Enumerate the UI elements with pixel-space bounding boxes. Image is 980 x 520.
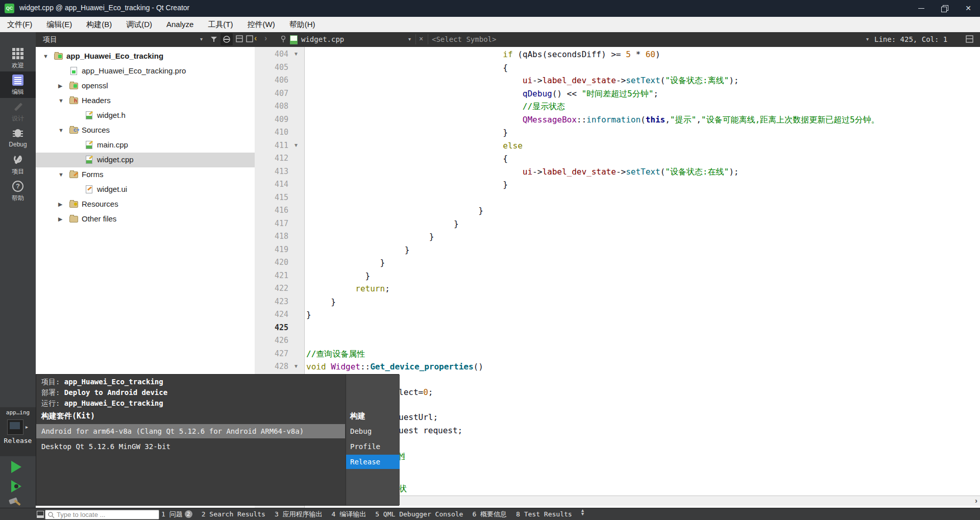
tree-item-app_Huawei_Eco_tracking[interactable]: ▼app_Huawei_Eco_tracking bbox=[36, 49, 255, 64]
split-pane-icon[interactable] bbox=[236, 35, 243, 43]
code-token: -> bbox=[532, 76, 542, 85]
pin-file-icon[interactable] bbox=[280, 35, 287, 43]
grid-cell bbox=[16, 48, 19, 51]
close-button[interactable]: ✕ bbox=[957, 0, 980, 17]
code-token: uestUrl; bbox=[399, 412, 438, 422]
maximize-restore-button[interactable] bbox=[933, 0, 957, 17]
sidebar-mode-welcome-grid[interactable]: 欢迎 bbox=[0, 45, 36, 71]
menu-item-w[interactable]: 控件(W) bbox=[240, 17, 282, 32]
menu-item-t[interactable]: 工具(T) bbox=[201, 17, 240, 32]
tree-item-app_Huawei_Eco_tracking.pro[interactable]: app_Huawei_Eco_tracking.pro bbox=[36, 64, 255, 79]
tree-item-Other-files[interactable]: ▶Other files bbox=[36, 212, 255, 227]
sidebar-mode-debug-bug[interactable]: Debug bbox=[0, 125, 36, 151]
output-pane-button-6[interactable]: 6 概要信息 bbox=[472, 508, 507, 520]
file-combo-arrow-icon[interactable]: ▾ bbox=[408, 36, 411, 42]
line-number: 417 bbox=[255, 219, 288, 228]
menu-item-f[interactable]: 文件(F) bbox=[0, 17, 39, 32]
info-value: Deploy to Android device bbox=[64, 388, 167, 397]
code-token: //查询设备属性 bbox=[306, 349, 365, 359]
code-token: Widget bbox=[331, 362, 360, 372]
output-pane-button-5[interactable]: 5 QML Debugger Console bbox=[375, 508, 463, 520]
grid-cell bbox=[20, 52, 23, 55]
symbol-selector[interactable]: <Select Symbol> bbox=[432, 35, 496, 43]
chevron-down-icon[interactable]: ▼ bbox=[58, 97, 64, 104]
code-token: lect= bbox=[399, 387, 423, 397]
menu-item-analyze[interactable]: Analyze bbox=[159, 17, 201, 32]
resources-folder-icon bbox=[69, 200, 78, 208]
tree-item-Forms[interactable]: ▼Forms bbox=[36, 167, 255, 182]
run-button[interactable] bbox=[11, 461, 21, 473]
output-pane-button-8[interactable]: 8 Test Results bbox=[516, 508, 572, 520]
tree-item-label: Resources bbox=[82, 200, 118, 208]
kit-option[interactable]: Desktop Qt 5.12.6 MinGW 32-bit bbox=[36, 439, 345, 454]
grid-cell bbox=[12, 56, 15, 59]
chevron-down-icon[interactable]: ▼ bbox=[43, 53, 48, 59]
code-token: "时间差超过5分钟" bbox=[581, 89, 653, 98]
tree-item-widget.h[interactable]: widget.h bbox=[36, 108, 255, 123]
toolbar-divider bbox=[415, 34, 416, 44]
sidebar-mode-projects-wrench[interactable]: 项目 bbox=[0, 151, 36, 178]
back-icon[interactable]: ‹ bbox=[254, 34, 257, 43]
output-pane-button-3[interactable]: 3 应用程序输出 bbox=[275, 508, 323, 520]
tree-item-widget.cpp[interactable]: widget.cpp bbox=[36, 153, 255, 167]
tree-item-Headers[interactable]: ▼hHeaders bbox=[36, 93, 255, 108]
grid-cell bbox=[20, 56, 23, 59]
tree-item-widget.ui[interactable]: widget.ui bbox=[36, 182, 255, 197]
sidebar-mode-help-question[interactable]: ?帮助 bbox=[0, 178, 36, 204]
chevron-right-icon[interactable]: ▶ bbox=[58, 216, 62, 222]
fold-marker-icon[interactable]: ▼ bbox=[293, 363, 299, 369]
chevron-right-icon[interactable]: ▶ bbox=[58, 201, 62, 208]
scroll-right-icon[interactable]: › bbox=[975, 496, 977, 505]
menu-item-e[interactable]: 编辑(E) bbox=[39, 17, 79, 32]
tree-item-main.cpp[interactable]: main.cpp bbox=[36, 138, 255, 153]
chevron-down-icon[interactable]: ▼ bbox=[58, 127, 64, 133]
code-text: { bbox=[306, 62, 508, 73]
pane-combo-arrow-icon[interactable]: ▾ bbox=[200, 36, 203, 42]
build-config-option-profile[interactable]: Profile bbox=[346, 439, 400, 454]
sidebar-mode-edit-document[interactable]: 编辑 bbox=[0, 71, 36, 98]
code-token: 5 bbox=[626, 49, 631, 59]
menu-item-d[interactable]: 调试(D) bbox=[119, 17, 159, 32]
output-pane-toggle-icon[interactable] bbox=[37, 511, 44, 518]
code-token: , bbox=[696, 115, 701, 125]
kit-selector-button[interactable]: app…ing▸Release bbox=[0, 407, 36, 456]
menu-item-b[interactable]: 构建(B) bbox=[79, 17, 119, 32]
line-col-indicator[interactable]: Line: 425, Col: 1 bbox=[874, 35, 947, 43]
pane-arrows-icon[interactable]: ▲▼ bbox=[581, 509, 584, 516]
chevron-right-icon[interactable]: ▶ bbox=[58, 83, 62, 89]
minimize-button[interactable] bbox=[910, 0, 933, 17]
code-line-418: 418} bbox=[255, 230, 980, 243]
fold-marker-icon[interactable]: ▼ bbox=[293, 51, 299, 57]
sync-with-editor-button[interactable] bbox=[220, 33, 233, 45]
split-editor-icon[interactable] bbox=[966, 35, 974, 43]
tree-item-Sources[interactable]: ▼C+Sources bbox=[36, 123, 255, 138]
status-bar: Type to locate ... 1 问题22 Search Results… bbox=[0, 508, 980, 520]
build-config-option-debug[interactable]: Debug bbox=[346, 424, 400, 438]
open-file-name[interactable]: widget.cpp bbox=[301, 35, 344, 43]
close-document-icon[interactable]: × bbox=[419, 35, 423, 43]
kit-option[interactable]: Android for arm64-v8a (Clang Qt 5.12.6 f… bbox=[36, 424, 345, 438]
chevron-down-icon[interactable]: ▼ bbox=[58, 171, 64, 178]
build-config-option-release[interactable]: Release bbox=[346, 455, 400, 469]
linecol-combo-arrow-icon[interactable]: ▾ bbox=[866, 36, 869, 42]
line-number: 410 bbox=[255, 128, 288, 137]
build-button[interactable] bbox=[9, 498, 22, 509]
forward-icon[interactable]: › bbox=[264, 34, 267, 43]
output-pane-button-2[interactable]: 2 Search Results bbox=[202, 508, 265, 520]
build-config-label: Profile bbox=[346, 439, 400, 454]
source-file-icon bbox=[85, 141, 93, 148]
forms-folder-icon bbox=[69, 170, 78, 178]
locator-box[interactable]: Type to locate ... bbox=[45, 510, 159, 519]
filter-icon[interactable] bbox=[210, 36, 217, 43]
tree-item-openssl[interactable]: ▶openssl bbox=[36, 79, 255, 93]
fold-marker-icon[interactable]: ▼ bbox=[293, 142, 299, 148]
output-pane-button-1[interactable]: 1 问题2 bbox=[161, 508, 192, 520]
close-pane-icon[interactable] bbox=[246, 35, 254, 43]
menu-item-h[interactable]: 帮助(H) bbox=[282, 17, 323, 32]
debug-run-button[interactable] bbox=[11, 480, 21, 492]
sidebar-mode-design-pencil[interactable]: 设计 bbox=[0, 98, 36, 125]
tree-item-Resources[interactable]: ▶Resources bbox=[36, 197, 255, 212]
output-pane-button-4[interactable]: 4 编译输出 bbox=[332, 508, 366, 520]
code-token: * bbox=[631, 49, 646, 59]
code-token: ; bbox=[653, 89, 658, 98]
